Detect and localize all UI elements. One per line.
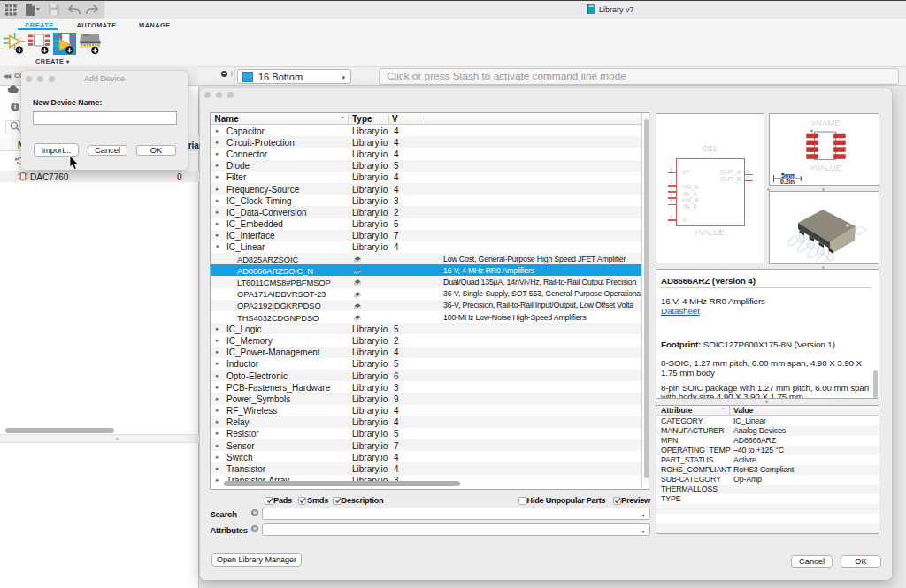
- svg-text:>VALUE: >VALUE: [695, 228, 724, 237]
- svg-text:2: 2: [670, 186, 673, 191]
- svg-text:+IN_A: +IN_A: [681, 184, 699, 191]
- svg-text:0.2in: 0.2in: [780, 179, 795, 185]
- svg-text:V-: V-: [682, 217, 688, 223]
- svg-text:3: 3: [670, 179, 673, 185]
- svg-text:4: 4: [670, 214, 673, 219]
- svg-text:1: 1: [746, 169, 749, 174]
- svg-text:6: 6: [670, 198, 673, 203]
- svg-text:>VALUE: >VALUE: [810, 163, 841, 172]
- svg-text:7: 7: [746, 175, 749, 180]
- svg-text:-IN_B: -IN_B: [681, 203, 697, 210]
- svg-text:V+: V+: [682, 169, 690, 175]
- svg-text:5mm: 5mm: [781, 172, 795, 179]
- svg-text:>NAME: >NAME: [811, 118, 841, 127]
- svg-text:G$1: G$1: [703, 144, 717, 153]
- svg-text:OUT_B: OUT_B: [720, 176, 741, 183]
- svg-text:5: 5: [670, 192, 673, 197]
- svg-text:8: 8: [670, 167, 673, 172]
- svg-text:OUT_A: OUT_A: [720, 169, 741, 176]
